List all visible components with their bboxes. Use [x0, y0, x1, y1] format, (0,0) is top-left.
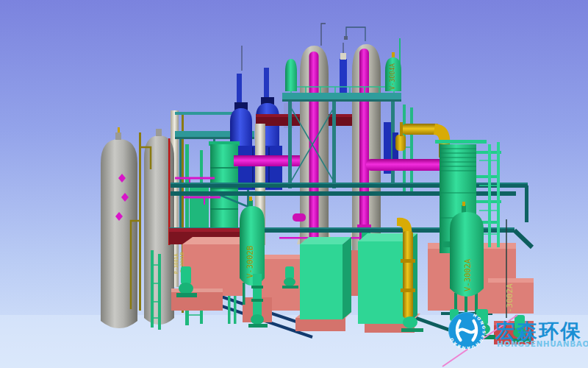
magenta-pipe-left — [234, 155, 304, 166]
vessel-label-v3002b: V-3002B — [245, 246, 254, 278]
green-tanks-bottom — [300, 233, 417, 324]
leader-label-3002a: -3002A — [505, 283, 514, 313]
plant-3d-render[interactable]: V-3004A — [0, 0, 588, 368]
vessel-label-v3002a: V-3002A — [463, 258, 472, 291]
logo-english-name: HONGSENHUANBAO — [497, 339, 588, 348]
vessel-label-v3004a: V-3004A — [389, 63, 396, 90]
pump-label-3001a: P-3001A — [173, 254, 179, 274]
